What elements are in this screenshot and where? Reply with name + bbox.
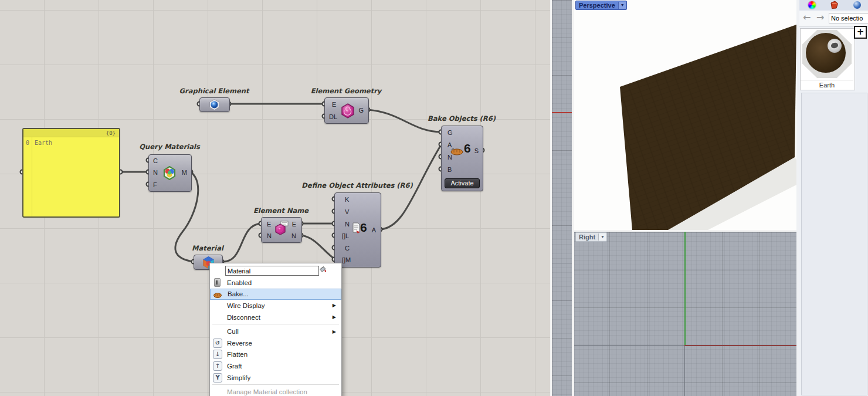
background-viewport-strip[interactable] [552, 0, 572, 396]
menu-item-bake[interactable]: Bake... [210, 289, 341, 300]
menu-separator [212, 324, 339, 324]
element-name-icon [275, 221, 289, 237]
menu-label-cull: Cull [227, 328, 239, 335]
element-name-component[interactable]: E N E N [261, 217, 302, 243]
reverse-icon: ↺ [213, 339, 222, 348]
right-viewport[interactable]: Right ▼ [574, 232, 796, 396]
material-preview[interactable] [801, 29, 853, 79]
simplify-icon: Y [213, 373, 222, 383]
panel-path-tag: {0} [23, 129, 119, 137]
graphical-element-label: Graphical Element [179, 87, 249, 95]
query-output-m[interactable]: M [182, 169, 187, 176]
elename-input-n[interactable]: N [267, 232, 272, 239]
elename-output-n[interactable]: N [291, 232, 296, 239]
gray-axis-v [684, 346, 685, 396]
right-viewport-label[interactable]: Right ▼ [575, 232, 607, 242]
menu-item-disconnect[interactable]: Disconnect ▶ [210, 312, 341, 323]
elename-input-e[interactable]: E [267, 221, 271, 228]
attr-input-k[interactable]: K [345, 196, 349, 203]
add-material-button[interactable]: + [854, 26, 867, 39]
menu-label-reverse: Reverse [227, 340, 252, 347]
query-materials-icon [163, 166, 176, 182]
menu-separator [212, 384, 339, 385]
attr-input-n[interactable]: N [345, 221, 350, 228]
sphere-highlight [828, 39, 842, 53]
bake-input-g[interactable]: G [447, 129, 453, 136]
paint-bucket-icon[interactable] [318, 265, 328, 277]
query-input-c[interactable]: C [153, 157, 158, 164]
flatten-icon: ↓ [213, 350, 222, 359]
app-window: {0} 0 Earth Query Materials C N F M Grap… [0, 0, 868, 396]
perspective-label-text: Perspective [579, 2, 615, 9]
element-name-label: Element Name [253, 207, 308, 215]
bake-output-s[interactable]: S [474, 147, 479, 154]
gray-axis-h [574, 345, 684, 346]
query-materials-component[interactable]: C N F M [148, 154, 192, 192]
grasshopper-canvas[interactable]: {0} 0 Earth Query Materials C N F M Grap… [0, 0, 550, 396]
menu-item-flatten[interactable]: ↓ Flatten [210, 349, 341, 361]
attr-input-v[interactable]: V [345, 208, 349, 215]
right-label-text: Right [579, 233, 595, 241]
element-geometry-icon [341, 103, 355, 121]
menu-item-wire-display[interactable]: Wire Display ▶ [210, 300, 341, 312]
submenu-arrow-icon: ▶ [333, 303, 336, 308]
color-wheel-icon[interactable] [808, 1, 816, 9]
back-arrow-icon[interactable]: ← [803, 12, 811, 23]
sliver-grid-axis [552, 263, 572, 263]
sphere-tab-icon[interactable] [853, 1, 861, 9]
define-attributes-label: Define Object Attributes (R6) [301, 181, 412, 189]
forward-arrow-icon[interactable]: → [816, 12, 824, 23]
attr-input-c[interactable]: C [345, 245, 350, 252]
graft-icon: ↑ [213, 361, 222, 371]
panel-empty-area [801, 93, 867, 395]
perspective-viewport[interactable]: Perspective ▼ [574, 0, 796, 230]
menu-label-flatten: Flatten [227, 351, 247, 358]
attr-input-m[interactable]: []M [342, 256, 351, 263]
query-input-f[interactable]: F [153, 181, 157, 188]
data-panel[interactable]: {0} 0 Earth [22, 128, 120, 218]
panel-row-value: Earth [35, 140, 52, 146]
sliver-red-axis [552, 112, 572, 113]
define-attributes-component[interactable]: K V N []L C []M A 6 [334, 192, 381, 268]
material-label: Material [192, 244, 223, 252]
viewport-dropdown-icon[interactable]: ▼ [598, 233, 606, 241]
geometry-output-g[interactable]: G [358, 107, 364, 114]
material-thumbnail-card[interactable]: Earth [800, 28, 855, 90]
elename-output-e[interactable]: E [292, 221, 296, 228]
bake-objects-component[interactable]: G A N B S 6 Activate [441, 126, 483, 191]
selection-status-field[interactable] [829, 13, 868, 23]
geometry-input-e[interactable]: E [332, 101, 336, 108]
enabled-icon [214, 278, 221, 287]
attr-input-l[interactable]: []L [342, 232, 349, 239]
bake-icon [450, 145, 464, 158]
red-axis [684, 345, 796, 346]
bake-badge: 6 [464, 141, 471, 155]
query-materials-label: Query Materials [139, 143, 200, 151]
activate-button[interactable]: Activate [445, 178, 480, 188]
menu-item-simplify[interactable]: Y Simplify [210, 372, 341, 384]
sliver-grid-axis [552, 154, 572, 154]
menu-item-enabled[interactable]: Enabled [210, 277, 341, 289]
perspective-scene [574, 0, 796, 230]
panel-gutter [32, 137, 32, 216]
viewport-dropdown-icon[interactable]: ▼ [618, 2, 626, 9]
geometry-input-dl[interactable]: DL [329, 113, 337, 120]
menu-item-manage-material-collection: Manage Material collection [210, 386, 341, 396]
query-input-n[interactable]: N [153, 169, 158, 176]
graphical-element-component[interactable] [199, 97, 230, 112]
menu-item-graft[interactable]: ↑ Graft [210, 360, 341, 372]
bake-input-b[interactable]: B [447, 166, 452, 173]
menu-item-reverse[interactable]: ↺ Reverse [210, 337, 341, 349]
materials-panel: ← → Earth + [799, 0, 868, 396]
earth-material-sphere [806, 33, 846, 73]
brick-wall-object[interactable] [620, 25, 796, 230]
submenu-arrow-icon: ▶ [333, 329, 336, 334]
element-geometry-component[interactable]: E DL G [324, 97, 369, 124]
menu-label-manage: Manage Material collection [227, 388, 307, 395]
menu-item-cull[interactable]: Cull ▶ [210, 326, 341, 337]
component-name-field[interactable] [225, 266, 319, 276]
attributes-badge: 6 [360, 221, 367, 235]
attr-output-a[interactable]: A [372, 226, 376, 233]
perspective-viewport-label[interactable]: Perspective ▼ [575, 1, 627, 10]
menu-label-enabled: Enabled [227, 279, 252, 286]
